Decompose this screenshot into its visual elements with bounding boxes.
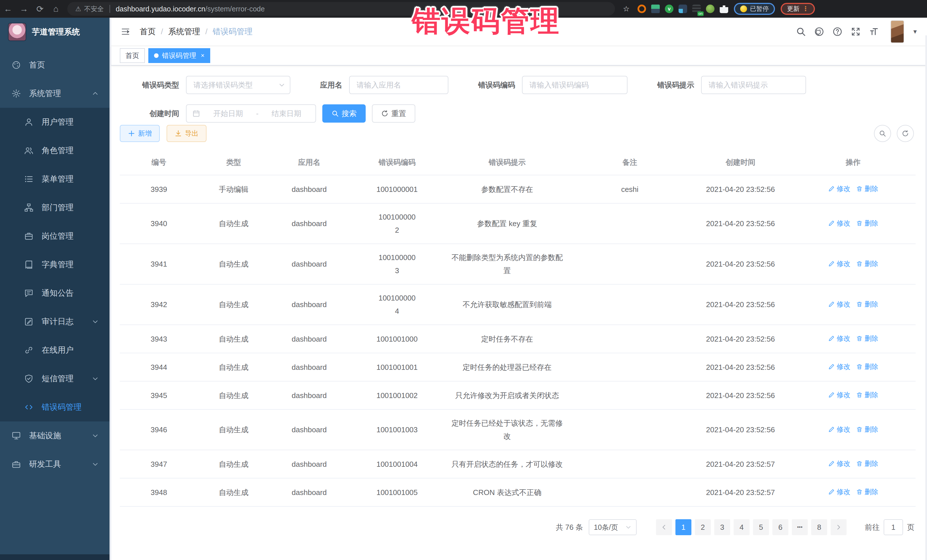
page-size-select[interactable]: 10条/页 [589, 519, 637, 535]
delete-link[interactable]: 删除 [856, 298, 878, 311]
help-icon[interactable] [832, 27, 843, 37]
sidebar-item-user[interactable]: 用户管理 [0, 108, 111, 136]
refresh-table-button[interactable] [897, 125, 914, 142]
sidebar-item-menu[interactable]: 菜单管理 [0, 165, 111, 193]
search-button[interactable]: 搜索 [322, 104, 366, 123]
extension-list-icon[interactable]: on [692, 5, 701, 13]
delete-link[interactable]: 删除 [856, 485, 878, 498]
delete-link[interactable]: 删除 [856, 423, 878, 436]
edit-link[interactable]: 修改 [828, 423, 850, 436]
edit-link[interactable]: 修改 [828, 332, 850, 345]
pencil-icon [828, 460, 835, 467]
sidebar-item-devtools[interactable]: 研发工具 [0, 450, 111, 478]
page-scrollbar[interactable] [925, 35, 927, 560]
app-logo-row[interactable]: 芋道管理系统 [0, 18, 111, 46]
edit-link[interactable]: 修改 [828, 485, 850, 498]
browser-reload-button[interactable]: ⟳ [32, 4, 48, 14]
page-button-8[interactable]: 8 [811, 519, 827, 535]
delete-link[interactable]: 删除 [856, 389, 878, 401]
cell-id: 3940 [120, 203, 198, 244]
error-hint-input[interactable] [701, 76, 806, 94]
export-button[interactable]: 导出 [167, 125, 207, 142]
date-range-picker[interactable]: 开始日期 - 结束日期 [186, 104, 316, 123]
profile-paused-badge[interactable]: 已暂停 [734, 3, 775, 15]
page-button-4[interactable]: 4 [734, 519, 749, 535]
toggle-search-button[interactable] [874, 125, 891, 142]
sidebar-item-infra[interactable]: 基础设施 [0, 422, 111, 450]
edit-link[interactable]: 修改 [828, 389, 850, 401]
edit-link[interactable]: 修改 [828, 360, 850, 373]
page-button-5[interactable]: 5 [753, 519, 769, 535]
sidebar-item-system[interactable]: 系统管理 [0, 79, 111, 108]
edit-link[interactable]: 修改 [828, 457, 850, 470]
github-icon[interactable] [814, 27, 824, 37]
security-chip[interactable]: ⚠ 不安全 [75, 5, 104, 14]
sidebar-item-sms[interactable]: 短信管理 [0, 364, 111, 393]
browser-forward-button[interactable]: → [16, 4, 32, 14]
extension-v-icon[interactable]: v [665, 5, 673, 13]
goto-page-input[interactable] [884, 519, 903, 535]
browser-back-button[interactable]: ← [0, 4, 16, 14]
page-button-6[interactable]: 6 [772, 519, 789, 535]
online-user-icon [24, 345, 33, 355]
reset-button[interactable]: 重置 [372, 104, 415, 123]
sidebar-item-audit-log[interactable]: 审计日志 [0, 307, 111, 336]
end-date-placeholder[interactable]: 结束日期 [263, 109, 310, 118]
fullscreen-icon[interactable] [851, 27, 861, 37]
sidebar-item-dict[interactable]: 字典管理 [0, 250, 111, 279]
delete-link[interactable]: 删除 [856, 257, 878, 270]
avatar-dropdown-caret-icon[interactable]: ▼ [912, 29, 918, 35]
browser-update-button[interactable]: 更新 ⋮ [781, 3, 815, 15]
font-size-icon[interactable] [869, 27, 879, 37]
breadcrumb-home[interactable]: 首页 [140, 26, 156, 37]
add-button[interactable]: 新增 [120, 125, 160, 142]
sidebar-item-post[interactable]: 岗位管理 [0, 222, 111, 250]
start-date-placeholder[interactable]: 开始日期 [205, 109, 252, 118]
extensions-puzzle-icon[interactable] [720, 5, 728, 13]
tab-active[interactable]: 错误码管理× [148, 48, 210, 63]
sidebar-item-online-user[interactable]: 在线用户 [0, 336, 111, 364]
breadcrumb-system[interactable]: 系统管理 [168, 26, 200, 37]
delete-link[interactable]: 删除 [856, 182, 878, 195]
error-code-input[interactable] [522, 76, 628, 94]
sidebar-item-role[interactable]: 角色管理 [0, 136, 111, 165]
next-page-button[interactable] [831, 519, 846, 535]
delete-link[interactable]: 删除 [856, 457, 878, 470]
refresh-icon [381, 110, 389, 117]
delete-link[interactable]: 删除 [856, 360, 878, 373]
trash-icon [856, 185, 863, 192]
extension-orange-icon[interactable] [637, 5, 646, 13]
sidebar-item-dept[interactable]: 部门管理 [0, 193, 111, 222]
tab-item[interactable]: 首页 [120, 48, 145, 63]
edit-link[interactable]: 修改 [828, 257, 850, 270]
sidebar-item-notice[interactable]: 通知公告 [0, 279, 111, 307]
app-logo-image [8, 23, 26, 41]
edit-link[interactable]: 修改 [828, 298, 850, 311]
page-button-2[interactable]: 2 [695, 519, 711, 535]
tab-close-icon[interactable]: × [201, 52, 205, 59]
cell-type: 自动生成 [198, 450, 269, 478]
edit-link[interactable]: 修改 [828, 182, 850, 195]
more-pages-button[interactable]: ••• [792, 519, 808, 535]
error-type-select-input[interactable] [186, 76, 290, 94]
extension-squares-icon[interactable] [679, 5, 687, 13]
delete-link[interactable]: 删除 [856, 332, 878, 345]
sidebar-collapse-icon[interactable] [120, 27, 131, 36]
prev-page-button[interactable] [656, 519, 672, 535]
edit-link[interactable]: 修改 [828, 217, 850, 230]
sidebar-item-home[interactable]: 首页 [0, 51, 111, 79]
extension-vue-devtools-icon[interactable] [651, 5, 660, 13]
sidebar-item-error-code[interactable]: 错误码管理 [0, 393, 111, 422]
page-button-1[interactable]: 1 [675, 519, 691, 535]
dev-tools-icon [11, 459, 21, 469]
delete-link[interactable]: 删除 [856, 217, 878, 230]
page-button-3[interactable]: 3 [714, 519, 730, 535]
header-search-icon[interactable] [796, 27, 806, 37]
browser-menu-kebab-icon[interactable]: ⋮ [802, 5, 808, 12]
app-name-input[interactable] [349, 76, 448, 94]
error-type-select[interactable] [186, 76, 290, 94]
browser-home-button[interactable]: ⌂ [48, 4, 64, 14]
bookmark-star-icon[interactable]: ☆ [623, 5, 629, 14]
extension-key-icon[interactable] [706, 5, 714, 13]
user-avatar[interactable] [891, 20, 904, 43]
